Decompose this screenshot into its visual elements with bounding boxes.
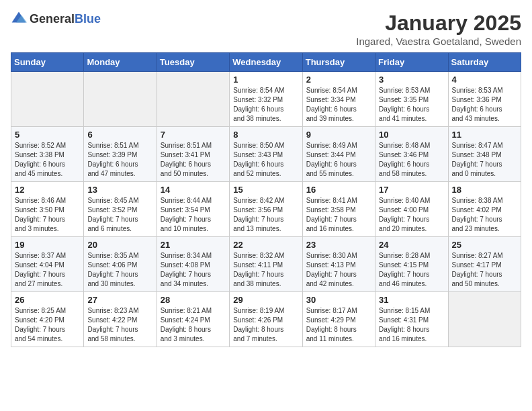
calendar-cell: 15Sunrise: 8:42 AM Sunset: 3:56 PM Dayli…	[230, 182, 302, 237]
day-number: 2	[306, 75, 371, 85]
day-info: Sunrise: 8:53 AM Sunset: 3:35 PM Dayligh…	[379, 86, 444, 124]
calendar-cell: 4Sunrise: 8:53 AM Sunset: 3:36 PM Daylig…	[448, 72, 521, 127]
day-number: 8	[233, 130, 298, 140]
day-number: 14	[161, 185, 226, 195]
location-title: Ingared, Vaestra Goetaland, Sweden	[356, 36, 521, 47]
day-info: Sunrise: 8:38 AM Sunset: 4:02 PM Dayligh…	[452, 196, 517, 234]
day-info: Sunrise: 8:34 AM Sunset: 4:08 PM Dayligh…	[161, 251, 226, 289]
day-info: Sunrise: 8:21 AM Sunset: 4:24 PM Dayligh…	[161, 306, 226, 344]
day-info: Sunrise: 8:51 AM Sunset: 3:41 PM Dayligh…	[161, 141, 226, 179]
calendar-cell: 24Sunrise: 8:28 AM Sunset: 4:15 PM Dayli…	[375, 237, 448, 292]
calendar-cell: 6Sunrise: 8:51 AM Sunset: 3:39 PM Daylig…	[84, 127, 157, 182]
day-number: 4	[452, 75, 517, 85]
day-info: Sunrise: 8:25 AM Sunset: 4:20 PM Dayligh…	[15, 306, 80, 344]
calendar-cell: 25Sunrise: 8:27 AM Sunset: 4:17 PM Dayli…	[448, 237, 521, 292]
calendar-cell: 14Sunrise: 8:44 AM Sunset: 3:54 PM Dayli…	[157, 182, 229, 237]
calendar-cell: 20Sunrise: 8:35 AM Sunset: 4:06 PM Dayli…	[84, 237, 157, 292]
day-number: 3	[379, 75, 444, 85]
day-number: 30	[306, 295, 371, 305]
weekday-header-thursday: Thursday	[302, 53, 375, 72]
day-number: 19	[15, 240, 80, 250]
day-number: 15	[233, 185, 298, 195]
calendar-cell: 10Sunrise: 8:48 AM Sunset: 3:46 PM Dayli…	[375, 127, 448, 182]
day-number: 26	[15, 295, 80, 305]
calendar-week-row: 26Sunrise: 8:25 AM Sunset: 4:20 PM Dayli…	[11, 292, 521, 347]
page-header: GeneralBlue January 2025 Ingared, Vaestr…	[11, 11, 521, 47]
calendar-cell: 1Sunrise: 8:54 AM Sunset: 3:32 PM Daylig…	[230, 72, 302, 127]
calendar-cell: 7Sunrise: 8:51 AM Sunset: 3:41 PM Daylig…	[157, 127, 229, 182]
day-info: Sunrise: 8:51 AM Sunset: 3:39 PM Dayligh…	[87, 141, 152, 179]
calendar-cell: 3Sunrise: 8:53 AM Sunset: 3:35 PM Daylig…	[375, 72, 448, 127]
day-number: 21	[161, 240, 226, 250]
weekday-header-wednesday: Wednesday	[230, 53, 302, 72]
day-info: Sunrise: 8:27 AM Sunset: 4:17 PM Dayligh…	[452, 251, 517, 289]
day-info: Sunrise: 8:42 AM Sunset: 3:56 PM Dayligh…	[233, 196, 298, 234]
calendar-cell	[84, 72, 157, 127]
day-number: 11	[452, 130, 517, 140]
day-number: 17	[379, 185, 444, 195]
day-number: 7	[161, 130, 226, 140]
day-info: Sunrise: 8:23 AM Sunset: 4:22 PM Dayligh…	[87, 306, 152, 344]
day-number: 12	[15, 185, 80, 195]
calendar-week-row: 19Sunrise: 8:37 AM Sunset: 4:04 PM Dayli…	[11, 237, 521, 292]
day-info: Sunrise: 8:37 AM Sunset: 4:04 PM Dayligh…	[15, 251, 80, 289]
day-info: Sunrise: 8:50 AM Sunset: 3:43 PM Dayligh…	[233, 141, 298, 179]
calendar-cell: 23Sunrise: 8:30 AM Sunset: 4:13 PM Dayli…	[302, 237, 375, 292]
day-info: Sunrise: 8:52 AM Sunset: 3:38 PM Dayligh…	[15, 141, 80, 179]
day-number: 18	[452, 185, 517, 195]
weekday-header-monday: Monday	[84, 53, 157, 72]
day-info: Sunrise: 8:47 AM Sunset: 3:48 PM Dayligh…	[452, 141, 517, 179]
day-number: 1	[233, 75, 298, 85]
day-number: 5	[15, 130, 80, 140]
calendar-cell: 2Sunrise: 8:54 AM Sunset: 3:34 PM Daylig…	[302, 72, 375, 127]
calendar-cell: 18Sunrise: 8:38 AM Sunset: 4:02 PM Dayli…	[448, 182, 521, 237]
calendar-cell: 16Sunrise: 8:41 AM Sunset: 3:58 PM Dayli…	[302, 182, 375, 237]
calendar-cell: 31Sunrise: 8:15 AM Sunset: 4:31 PM Dayli…	[375, 292, 448, 347]
calendar-cell: 27Sunrise: 8:23 AM Sunset: 4:22 PM Dayli…	[84, 292, 157, 347]
calendar-week-row: 1Sunrise: 8:54 AM Sunset: 3:32 PM Daylig…	[11, 72, 521, 127]
calendar-cell	[157, 72, 229, 127]
day-number: 29	[233, 295, 298, 305]
calendar-cell: 19Sunrise: 8:37 AM Sunset: 4:04 PM Dayli…	[11, 237, 84, 292]
day-info: Sunrise: 8:49 AM Sunset: 3:44 PM Dayligh…	[306, 141, 371, 179]
day-info: Sunrise: 8:17 AM Sunset: 4:29 PM Dayligh…	[306, 306, 371, 344]
weekday-header-saturday: Saturday	[448, 53, 521, 72]
weekday-header-friday: Friday	[375, 53, 448, 72]
day-info: Sunrise: 8:48 AM Sunset: 3:46 PM Dayligh…	[379, 141, 444, 179]
calendar-week-row: 12Sunrise: 8:46 AM Sunset: 3:50 PM Dayli…	[11, 182, 521, 237]
day-number: 6	[87, 130, 152, 140]
logo-icon	[11, 11, 27, 27]
day-info: Sunrise: 8:44 AM Sunset: 3:54 PM Dayligh…	[161, 196, 226, 234]
day-info: Sunrise: 8:53 AM Sunset: 3:36 PM Dayligh…	[452, 86, 517, 124]
day-info: Sunrise: 8:46 AM Sunset: 3:50 PM Dayligh…	[15, 196, 80, 234]
day-info: Sunrise: 8:54 AM Sunset: 3:32 PM Dayligh…	[233, 86, 298, 124]
day-info: Sunrise: 8:28 AM Sunset: 4:15 PM Dayligh…	[379, 251, 444, 289]
day-info: Sunrise: 8:35 AM Sunset: 4:06 PM Dayligh…	[87, 251, 152, 289]
calendar-cell: 11Sunrise: 8:47 AM Sunset: 3:48 PM Dayli…	[448, 127, 521, 182]
calendar-cell: 22Sunrise: 8:32 AM Sunset: 4:11 PM Dayli…	[230, 237, 302, 292]
day-number: 20	[87, 240, 152, 250]
calendar-cell: 28Sunrise: 8:21 AM Sunset: 4:24 PM Dayli…	[157, 292, 229, 347]
calendar-cell	[448, 292, 521, 347]
title-area: January 2025 Ingared, Vaestra Goetaland,…	[356, 11, 521, 47]
day-number: 10	[379, 130, 444, 140]
day-info: Sunrise: 8:54 AM Sunset: 3:34 PM Dayligh…	[306, 86, 371, 124]
calendar-cell: 17Sunrise: 8:40 AM Sunset: 4:00 PM Dayli…	[375, 182, 448, 237]
calendar-cell: 26Sunrise: 8:25 AM Sunset: 4:20 PM Dayli…	[11, 292, 84, 347]
calendar-cell: 12Sunrise: 8:46 AM Sunset: 3:50 PM Dayli…	[11, 182, 84, 237]
day-number: 27	[87, 295, 152, 305]
day-info: Sunrise: 8:40 AM Sunset: 4:00 PM Dayligh…	[379, 196, 444, 234]
day-info: Sunrise: 8:19 AM Sunset: 4:26 PM Dayligh…	[233, 306, 298, 344]
calendar-week-row: 5Sunrise: 8:52 AM Sunset: 3:38 PM Daylig…	[11, 127, 521, 182]
month-title: January 2025	[356, 11, 521, 36]
calendar-table: SundayMondayTuesdayWednesdayThursdayFrid…	[11, 52, 521, 347]
day-info: Sunrise: 8:30 AM Sunset: 4:13 PM Dayligh…	[306, 251, 371, 289]
weekday-header-sunday: Sunday	[11, 53, 84, 72]
day-info: Sunrise: 8:45 AM Sunset: 3:52 PM Dayligh…	[87, 196, 152, 234]
calendar-cell: 21Sunrise: 8:34 AM Sunset: 4:08 PM Dayli…	[157, 237, 229, 292]
calendar-cell: 29Sunrise: 8:19 AM Sunset: 4:26 PM Dayli…	[230, 292, 302, 347]
weekday-header-tuesday: Tuesday	[157, 53, 229, 72]
calendar-cell: 8Sunrise: 8:50 AM Sunset: 3:43 PM Daylig…	[230, 127, 302, 182]
calendar-cell	[11, 72, 84, 127]
calendar-cell: 9Sunrise: 8:49 AM Sunset: 3:44 PM Daylig…	[302, 127, 375, 182]
